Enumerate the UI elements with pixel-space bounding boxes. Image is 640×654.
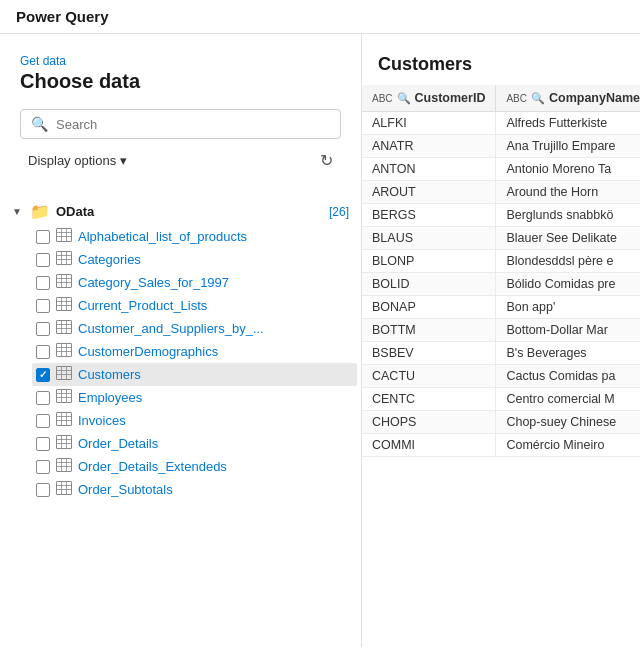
table-row[interactable]: ANATRAna Trujillo Empare — [362, 135, 640, 158]
customer-id-cell: BOLID — [362, 273, 496, 296]
table-icon — [56, 297, 72, 314]
search-input[interactable] — [56, 117, 330, 132]
col-name: CompanyName — [549, 91, 640, 105]
svg-rect-25 — [57, 344, 72, 357]
right-panel: Customers ABC 🔍 CustomerID ABC 🔍 Company… — [362, 34, 640, 647]
tree-item-checkbox[interactable] — [36, 322, 50, 336]
table-icon — [56, 389, 72, 406]
svg-rect-10 — [57, 275, 72, 288]
company-name-cell: Centro comercial M — [496, 388, 640, 411]
tree-item[interactable]: Customers — [32, 363, 357, 386]
table-column-header: ABC 🔍 CompanyName — [496, 85, 640, 112]
tree-item-checkbox[interactable] — [36, 460, 50, 474]
tree-item-label: Alphabetical_list_of_products — [78, 229, 247, 244]
table-icon — [56, 366, 72, 383]
company-name-cell: Blauer See Delikate — [496, 227, 640, 250]
data-table-container[interactable]: ABC 🔍 CustomerID ABC 🔍 CompanyName ALFKI… — [362, 85, 640, 647]
customer-id-cell: BLONP — [362, 250, 496, 273]
svg-rect-30 — [57, 367, 72, 380]
customer-id-cell: BONAP — [362, 296, 496, 319]
search-icon: 🔍 — [31, 116, 48, 132]
company-name-cell: Cactus Comidas pa — [496, 365, 640, 388]
table-row[interactable]: BERGSBerglunds snabbkö — [362, 204, 640, 227]
table-row[interactable]: AROUTAround the Horn — [362, 181, 640, 204]
table-column-header: ABC 🔍 CustomerID — [362, 85, 496, 112]
tree-item-checkbox[interactable] — [36, 483, 50, 497]
tree-item[interactable]: Category_Sales_for_1997 — [32, 271, 357, 294]
table-row[interactable]: BOLIDBólido Comidas pre — [362, 273, 640, 296]
tree-item-checkbox[interactable] — [36, 437, 50, 451]
svg-rect-20 — [57, 321, 72, 334]
customer-id-cell: ALFKI — [362, 112, 496, 135]
tree-item[interactable]: Alphabetical_list_of_products — [32, 225, 357, 248]
customer-id-cell: BSBEV — [362, 342, 496, 365]
tree-item[interactable]: Customer_and_Suppliers_by_... — [32, 317, 357, 340]
tree-item[interactable]: Order_Details_Extendeds — [32, 455, 357, 478]
table-icon — [56, 458, 72, 475]
table-row[interactable]: BSBEVB's Beverages — [362, 342, 640, 365]
tree-item[interactable]: Order_Details — [32, 432, 357, 455]
tree-item-checkbox[interactable] — [36, 345, 50, 359]
company-name-cell: Chop-suey Chinese — [496, 411, 640, 434]
tree-item[interactable]: Order_Subtotals — [32, 478, 357, 501]
table-row[interactable]: CHOPSChop-suey Chinese — [362, 411, 640, 434]
table-icon — [56, 274, 72, 291]
expand-icon: ▼ — [12, 206, 24, 217]
table-row[interactable]: ALFKIAlfreds Futterkiste — [362, 112, 640, 135]
svg-rect-40 — [57, 413, 72, 426]
col-name: CustomerID — [415, 91, 486, 105]
table-icon — [56, 481, 72, 498]
company-name-cell: B's Beverages — [496, 342, 640, 365]
tree-item-checkbox[interactable] — [36, 230, 50, 244]
odata-header[interactable]: ▼ 📁 OData [26] — [4, 198, 357, 225]
table-icon — [56, 343, 72, 360]
display-options-button[interactable]: Display options ▾ — [24, 151, 131, 170]
tree-item-checkbox[interactable] — [36, 414, 50, 428]
company-name-cell: Alfreds Futterkiste — [496, 112, 640, 135]
table-header: ABC 🔍 CustomerID ABC 🔍 CompanyName — [362, 85, 640, 112]
refresh-button[interactable]: ↻ — [316, 147, 337, 174]
tree-item-label: Customers — [78, 367, 141, 382]
tree-container[interactable]: ▼ 📁 OData [26] Alphabetical_list_of_prod… — [0, 198, 361, 647]
table-row[interactable]: COMMIComércio Mineiro — [362, 434, 640, 457]
tree-item-checkbox[interactable] — [36, 299, 50, 313]
tree-item-checkbox[interactable] — [36, 368, 50, 382]
tree-item[interactable]: CustomerDemographics — [32, 340, 357, 363]
company-name-cell: Ana Trujillo Empare — [496, 135, 640, 158]
tree-item[interactable]: Employees — [32, 386, 357, 409]
tree-item-checkbox[interactable] — [36, 391, 50, 405]
table-row[interactable]: BOTTMBottom-Dollar Mar — [362, 319, 640, 342]
company-name-cell: Blondesddsl père e — [496, 250, 640, 273]
col-type-icon: ABC — [506, 93, 527, 104]
table-row[interactable]: BONAPBon app' — [362, 296, 640, 319]
table-icon — [56, 320, 72, 337]
col-search-icon: 🔍 — [531, 92, 545, 105]
table-row[interactable]: ANTONAntonio Moreno Ta — [362, 158, 640, 181]
table-icon — [56, 435, 72, 452]
tree-item-label: Category_Sales_for_1997 — [78, 275, 229, 290]
company-name-cell: Antonio Moreno Ta — [496, 158, 640, 181]
tree-items: Alphabetical_list_of_products Categories… — [4, 225, 357, 501]
tree-item[interactable]: Current_Product_Lists — [32, 294, 357, 317]
company-name-cell: Comércio Mineiro — [496, 434, 640, 457]
choose-data-title: Choose data — [20, 70, 341, 93]
left-panel: Get data Choose data 🔍 Display options ▾… — [0, 34, 362, 647]
table-row[interactable]: CACTUCactus Comidas pa — [362, 365, 640, 388]
tree-item-label: Current_Product_Lists — [78, 298, 207, 313]
tree-item-label: CustomerDemographics — [78, 344, 218, 359]
tree-item-label: Invoices — [78, 413, 126, 428]
svg-rect-5 — [57, 252, 72, 265]
tree-item[interactable]: Invoices — [32, 409, 357, 432]
company-name-cell: Around the Horn — [496, 181, 640, 204]
tree-item-checkbox[interactable] — [36, 276, 50, 290]
col-type-icon: ABC — [372, 93, 393, 104]
table-row[interactable]: CENTCCentro comercial M — [362, 388, 640, 411]
company-name-cell: Bólido Comidas pre — [496, 273, 640, 296]
tree-item[interactable]: Categories — [32, 248, 357, 271]
tree-item-checkbox[interactable] — [36, 253, 50, 267]
search-box[interactable]: 🔍 — [20, 109, 341, 139]
svg-rect-0 — [57, 229, 72, 242]
table-row[interactable]: BLONPBlondesddsl père e — [362, 250, 640, 273]
chevron-down-icon: ▾ — [120, 153, 127, 168]
table-row[interactable]: BLAUSBlauer See Delikate — [362, 227, 640, 250]
